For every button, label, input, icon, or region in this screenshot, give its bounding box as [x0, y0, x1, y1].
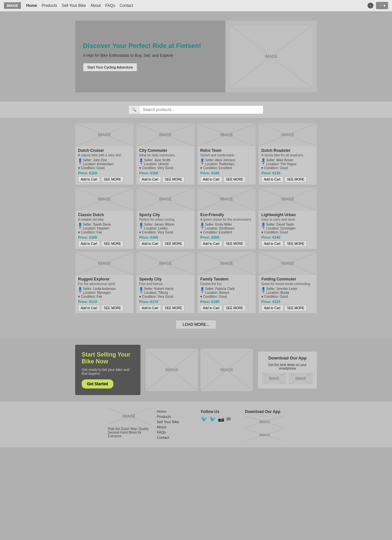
nav-faqs[interactable]: FAQs [105, 3, 115, 8]
product-desc-classic-dutch: A reliable old bike. [78, 218, 131, 221]
see-more-button-folding-commuter[interactable]: SEE MORE [285, 305, 307, 311]
footer-link-about[interactable]: About [157, 425, 194, 429]
search-input[interactable] [139, 105, 263, 114]
add-to-cart-button-folding-commuter[interactable]: Add to Cart [261, 305, 283, 311]
see-more-button-rugged-explorer[interactable]: SEE MORE [101, 305, 124, 311]
load-more-section: LOAD MORE... [75, 316, 317, 333]
footer-link-home[interactable]: Home [157, 409, 194, 413]
add-to-cart-button-classic-dutch[interactable]: Add to Cart [78, 241, 100, 247]
product-price-city-commuter: Price: €150 [139, 171, 192, 175]
see-more-button-lightweight-urban[interactable]: SEE MORE [285, 241, 307, 247]
product-image-retro-town: IMAGE [198, 123, 255, 146]
app-title: Download Our App [262, 356, 313, 360]
footer-link-faqs[interactable]: FAQs [157, 430, 194, 434]
instagram-icon[interactable]: 📷 [218, 416, 224, 422]
product-condition-retro-town: ♥ Condition: Excellent [200, 166, 253, 170]
see-more-button-dutch-roadster[interactable]: SEE MORE [285, 176, 307, 183]
product-seller-rugged-explorer: 👤 Seller: Linda Anderson [78, 287, 131, 291]
see-more-button-retro-town[interactable]: SEE MORE [223, 176, 246, 183]
load-more-button[interactable]: LOAD MORE... [176, 320, 216, 329]
product-price-speedy-city: Price: €170 [139, 300, 192, 304]
product-condition-city-commuter: ♥ Condition: Very Good [139, 166, 192, 170]
add-to-cart-button-rugged-explorer[interactable]: Add to Cart [78, 305, 100, 311]
app-badge-1[interactable]: IMAGE [262, 373, 286, 385]
product-image-family-tandem: IMAGE [198, 252, 255, 275]
product-condition-folding-commuter: ♥ Condition: Good [261, 295, 314, 298]
add-to-cart-button-city-commuter[interactable]: Add to Cart [139, 176, 161, 183]
product-location-sporty-city: 📍 Location: Leiden [139, 227, 192, 230]
nav-contact[interactable]: Contact [120, 3, 133, 8]
product-card-speedy-city: IMAGE Speedy City Fast and furious. 👤 Se… [136, 252, 195, 313]
app-badges: IMAGE IMAGE [262, 373, 313, 385]
add-to-cart-button-retro-town[interactable]: Add to Cart [200, 176, 222, 183]
footer-link-contact[interactable]: Contact [157, 436, 194, 439]
footer-link-sell[interactable]: Sell Your Bike [157, 420, 194, 424]
hero-left: Discover Your Perfect Ride at Fietsen! A… [75, 21, 225, 92]
product-condition-lightweight-urban: ♥ Condition: Good [261, 230, 314, 234]
product-row-1: IMAGE Classic Dutch A reliable old bike.… [75, 187, 317, 249]
product-image-dutch-cruiser: IMAGE [75, 123, 133, 146]
hero-cta-button[interactable]: Start Your Cycling Adventure [83, 63, 137, 71]
footer-app-badge-1[interactable]: IMAGE [245, 416, 284, 428]
add-to-cart-button-dutch-roadster[interactable]: Add to Cart [261, 176, 283, 183]
footer-inner: IMAGE Ride the Dutch Way: Quality Second… [108, 408, 284, 441]
see-more-button-city-commuter[interactable]: SEE MORE [162, 176, 185, 183]
product-seller-classic-dutch: 👤 Seller: Sarah Davis [78, 223, 131, 226]
add-to-cart-button-eco-friendly[interactable]: Add to Cart [200, 241, 222, 247]
nav-home[interactable]: Home [26, 3, 37, 8]
product-condition-dutch-cruiser: ♥ Condition: Good [78, 166, 131, 170]
see-more-button-eco-friendly[interactable]: SEE MORE [223, 241, 246, 247]
nav-about[interactable]: About [90, 3, 101, 8]
product-title-dutch-cruiser: Dutch Cruiser [78, 148, 131, 153]
product-price-rugged-explorer: Price: €110 [78, 300, 131, 304]
hero-image: IMAGE [225, 21, 317, 92]
product-price-sporty-city: Price: €160 [139, 235, 192, 239]
product-location-city-commuter: 📍 Location: Utrecht [139, 162, 192, 166]
add-to-cart-button-speedy-city[interactable]: Add to Cart [139, 305, 161, 311]
footer-link-products[interactable]: Products [157, 415, 194, 419]
see-more-button-family-tandem[interactable]: SEE MORE [223, 305, 246, 311]
product-condition-family-tandem: ♥ Condition: Good [200, 295, 253, 298]
footer-app-badge-2[interactable]: IMAGE [245, 429, 284, 441]
see-more-button-sporty-city[interactable]: SEE MORE [162, 241, 185, 247]
product-card-lightweight-urban: IMAGE Lightweight Urban Easy to carry an… [258, 187, 317, 249]
see-more-button-speedy-city[interactable]: SEE MORE [162, 305, 185, 311]
hero-image-placeholder: IMAGE [230, 25, 312, 87]
email-icon[interactable]: ✉ [226, 416, 231, 422]
navbar: IMAGE Home Products Sell Your Bike About… [0, 0, 392, 11]
product-condition-sporty-city: ♥ Condition: Very Good [139, 230, 192, 234]
footer-social-title: Follow Us [201, 409, 238, 414]
add-to-cart-button-family-tandem[interactable]: Add to Cart [200, 305, 222, 311]
product-card-classic-dutch: IMAGE Classic Dutch A reliable old bike.… [75, 187, 134, 249]
product-condition-eco-friendly: ♥ Condition: Excellent [200, 230, 253, 234]
add-to-cart-button-sporty-city[interactable]: Add to Cart [139, 241, 161, 247]
product-image-sporty-city: IMAGE [137, 188, 194, 211]
cart-button[interactable]: 🛒▾ [376, 2, 388, 9]
twitter-icon[interactable]: 🐦 [209, 416, 216, 422]
see-more-button-classic-dutch[interactable]: SEE MORE [101, 241, 124, 247]
product-image-rugged-explorer: IMAGE [75, 252, 133, 275]
add-to-cart-button-lightweight-urban[interactable]: Add to Cart [261, 241, 283, 247]
product-row-2: IMAGE Rugged Explorer For the adventurou… [75, 252, 317, 313]
see-more-button-dutch-cruiser[interactable]: SEE MORE [101, 176, 124, 183]
product-desc-family-tandem: Double the fun. [200, 282, 253, 286]
facebook-icon[interactable]: 🐦 [201, 416, 207, 422]
nav-products[interactable]: Products [41, 3, 57, 8]
product-price-classic-dutch: Price: €100 [78, 235, 131, 239]
product-title-eco-friendly: Eco-Friendly [200, 213, 253, 217]
app-badge-2[interactable]: IMAGE [288, 373, 313, 385]
product-condition-rugged-explorer: ♥ Condition: Fair [78, 295, 131, 298]
footer-social: Follow Us 🐦 🐦 📷 ✉ [201, 408, 238, 441]
footer-links: Home Products Sell Your Bike About FAQs … [157, 408, 194, 441]
product-title-speedy-city: Speedy City [139, 277, 192, 281]
info-icon[interactable]: i [368, 3, 373, 8]
product-condition-speedy-city: ♥ Condition: Very Good [139, 295, 192, 298]
nav-sell[interactable]: Sell Your Bike [62, 3, 86, 8]
sell-image-1: IMAGE [146, 349, 198, 391]
product-desc-speedy-city: Fast and furious. [139, 282, 192, 286]
sell-cta-button[interactable]: Get Started [82, 379, 113, 389]
nav-logo: IMAGE [4, 2, 21, 9]
add-to-cart-button-dutch-cruiser[interactable]: Add to Cart [78, 176, 100, 183]
product-card-retro-town: IMAGE Retro Town Stylish and comfortable… [197, 123, 256, 185]
product-seller-sporty-city: 👤 Seller: James Wilson [139, 223, 192, 226]
